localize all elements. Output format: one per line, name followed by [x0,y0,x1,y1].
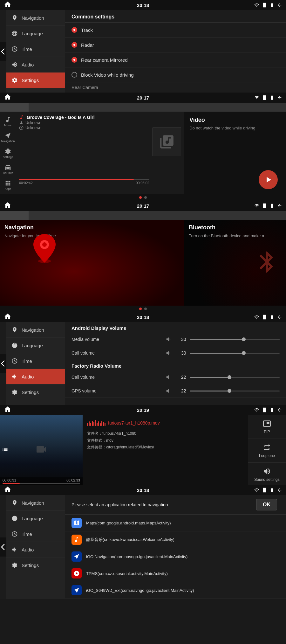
video-meta: 文件名：furious7-tsr1_h1080 文件格式：mov 文件路径：/s… [87,430,243,451]
sidebar-item-language-6[interactable]: Language [6,511,65,526]
radio-radar[interactable] [72,42,77,48]
bt-card[interactable]: Bluetooth Turn on the Bluetooth device a… [184,220,286,306]
status-icons-2 [254,95,282,100]
video-info-panel: furious7-tsr1_h1080p.mov 文件名：furious7-ts… [83,415,248,485]
call-volume-name-factory: Call volume [72,375,161,380]
dot-3b[interactable] [144,308,147,310]
video-thumbnail: 00:00:31 00:02:33 [0,415,83,485]
setting-track[interactable]: Track [65,23,286,38]
sound-menu-item[interactable]: Sound settings [248,463,286,487]
gps-volume-name: GPS volume [72,388,161,393]
sidebar-item-audio-1[interactable]: Audio [6,57,65,73]
sidebar-item-time-4[interactable]: Time [6,353,65,369]
sidebar-item-settings-6[interactable]: Settings [6,557,65,573]
back-button-4[interactable] [0,354,6,373]
app-maps[interactable]: Maps(com.google.android.maps.MapsActivit… [65,515,286,531]
nav-label-settings: Settings [3,156,13,159]
album-art [153,128,181,156]
ok-button[interactable]: OK [256,499,277,510]
status-bar-6: 20:18 [0,485,286,495]
video-player-panel: 00:00:31 00:02:33 [0,415,286,485]
dot-2[interactable] [144,196,147,199]
sidebar-label-navigation-6: Navigation [22,500,44,506]
tab-inactive-3[interactable] [29,211,286,220]
radio-rear-camera[interactable] [72,57,77,63]
media-volume-slider[interactable] [190,339,280,340]
sidebar-1: Navigation Language Time Audio Settings [6,10,65,93]
nav-sidebar-apps[interactable]: Apps [0,178,16,192]
dot-3a[interactable] [139,308,142,310]
app-tpms[interactable]: TPMS(com.cz.usbserial.activity.MainActiv… [65,565,286,582]
sidebar-6: Navigation Language Time Audio Settings [6,495,65,599]
sidebar-label-audio-6: Audio [22,547,34,552]
app-igo[interactable]: iGO Navigation(com.navngo.igo.javaclient… [65,548,286,565]
bt-card-desc: Turn on the Bluetooth device and make a [189,233,282,239]
screen2: 20:17 Music Navigation Settings [0,93,286,201]
tab-inactive-2[interactable] [29,103,286,112]
nav-label-music: Music [4,124,12,127]
nav-sidebar-carinfo[interactable]: Car-Info [0,162,16,177]
pip-menu-item[interactable]: PIP [248,415,286,439]
music-current-time: 00:02:42 [19,181,33,185]
setting-block-video[interactable]: Block Video while driving [65,67,286,82]
sidebar-item-navigation-1[interactable]: Navigation [6,10,65,26]
android-volume-label: Android Display Volume [65,322,286,333]
nav-sidebar-settings[interactable]: Settings [0,146,16,161]
home-icon-3[interactable] [4,201,11,210]
nav-card[interactable]: Navigation Navigate for you in real time [0,220,184,306]
home-icon-2[interactable] [4,93,11,102]
sidebar-item-time-6[interactable]: Time [6,526,65,542]
sidebar-label-language-6: Language [22,516,43,521]
radio-track[interactable] [72,27,77,33]
app-igo2[interactable]: iGO_S649WD_Ext(com.navngo.igo.javaclient… [65,582,286,599]
nav-label-apps: Apps [5,187,11,190]
call-volume-slider-android[interactable] [190,353,280,354]
video-play-icon [189,164,281,189]
playlist-icon[interactable] [2,446,8,454]
sidebar-item-time-1[interactable]: Time [6,41,65,57]
back-button-1[interactable] [0,42,6,61]
home-icon-1[interactable] [4,1,11,10]
tab-active-3[interactable] [0,211,29,220]
setting-rear-camera[interactable]: Rear camera Mirrored [65,52,286,67]
sidebar-item-navigation-6[interactable]: Navigation [6,495,65,511]
nav-sidebar-music[interactable]: Music [0,114,16,129]
sidebar-item-settings-1[interactable]: Settings [6,73,65,88]
call-volume-slider-factory[interactable] [190,377,280,378]
home-icon-6[interactable] [4,486,11,495]
music-panel: Groove Coverage - God Is A Girl Unknown … [16,112,184,194]
time-display-6: 20:18 [137,488,149,493]
loop-menu-item[interactable]: Loop one [248,439,286,463]
call-volume-item-factory: Call volume 22 [65,370,286,384]
tpms-app-label: TPMS(com.cz.usbserial.activity.MainActiv… [86,571,168,576]
back-button-6[interactable] [0,537,6,557]
sidebar-item-audio-4[interactable]: Audio [6,369,65,384]
home-icon-5[interactable] [4,405,11,414]
tab-active-2[interactable] [0,103,29,112]
nav-sidebar-navigation[interactable]: Navigation [0,130,16,145]
svg-point-4 [42,242,47,247]
bt-card-title: Bluetooth [189,224,282,231]
home-icon-4[interactable] [4,313,11,322]
igo-app-label: iGO Navigation(com.navngo.igo.javaclient… [86,554,187,559]
radio-block-video[interactable] [72,72,77,78]
setting-radar[interactable]: Radar [65,38,286,52]
dot-1[interactable] [139,196,142,199]
nav-sidebar-2: Music Navigation Settings Car-Info Apps [0,112,16,194]
screen4: 20:18 Navigation Language Time [0,312,286,405]
app-kuwo[interactable]: 酷我音乐(cn.kuwo.kwmusiccar.WelcomeActivity) [65,531,286,548]
sidebar-item-audio-6[interactable]: Audio [6,542,65,557]
sidebar-item-language-1[interactable]: Language [6,26,65,41]
gps-volume-slider[interactable] [190,391,280,391]
status-icons-4 [254,315,282,320]
sidebar-item-navigation-4[interactable]: Navigation [6,322,65,338]
nav-label-navigation: Navigation [1,140,15,143]
sidebar-item-language-4[interactable]: Language [6,338,65,353]
music-progress: 00:02:42 00:03:02 [19,179,149,185]
status-bar-2: 20:17 [0,93,286,103]
sidebar-label-language-1: Language [22,31,43,36]
media-volume-item: Media volume 30 [65,333,286,346]
nav-label-carinfo: Car-Info [3,171,13,175]
sidebar-item-settings-4[interactable]: Settings [6,384,65,400]
sidebar-label-settings-6: Settings [22,563,39,568]
